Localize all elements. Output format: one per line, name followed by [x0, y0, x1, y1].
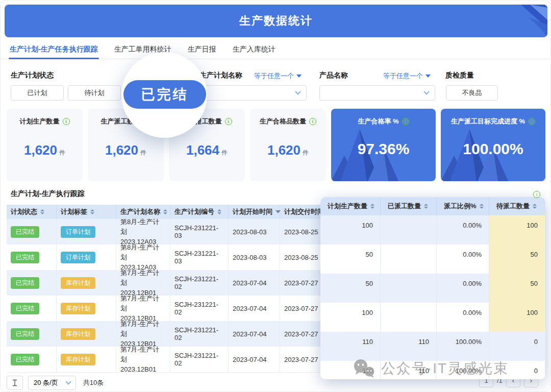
- quality-label: 质检质量: [445, 71, 474, 80]
- overlay-info-icon[interactable]: i: [533, 191, 540, 198]
- info-icon[interactable]: i: [63, 118, 70, 125]
- pending-qty: 0: [489, 332, 545, 361]
- sort-icon[interactable]: [90, 209, 94, 214]
- plan-status-option-completed[interactable]: 已完结: [123, 80, 206, 109]
- info-icon[interactable]: i: [225, 118, 232, 125]
- tag-badge: 库存计划: [61, 277, 95, 289]
- status-badge: 已完结: [11, 277, 39, 289]
- col-pending-qty[interactable]: 待派工数量: [489, 197, 545, 215]
- stat-unit: 件: [303, 149, 309, 156]
- table-row[interactable]: 110 110 100.00% 0: [320, 332, 545, 361]
- plan-name-line1: 第8月-生产计划: [120, 242, 166, 262]
- dispatch-ratio: 0.00%: [437, 215, 489, 244]
- col-planned-qty[interactable]: 计划生产数量: [320, 197, 381, 215]
- tab-inbound-stats[interactable]: 生产入库统计: [232, 42, 277, 59]
- pending-qty: 50: [489, 244, 545, 274]
- dispatch-ratio: 100.00%: [437, 332, 489, 361]
- stat-value: 1,664: [186, 142, 219, 158]
- plan-code: SCJH-231221-02: [170, 347, 229, 372]
- table-row[interactable]: 100 0.00% 100: [320, 303, 545, 332]
- sort-icon[interactable]: [424, 204, 428, 209]
- table-row[interactable]: 50 0.00% 50: [320, 274, 545, 303]
- col-dispatch-ratio[interactable]: 派工比例%: [437, 197, 489, 215]
- status-badge: 已完结: [11, 328, 39, 340]
- caret-down-icon: [425, 75, 431, 78]
- stat-unit: 件: [140, 149, 146, 156]
- stat-value: 97.36%: [358, 140, 410, 157]
- product-name-label: 产品名称: [319, 71, 348, 80]
- plan-name-line1: 第7月-生产计划: [120, 268, 166, 288]
- start-date: 2023-07-04: [229, 270, 280, 296]
- dispatched-qty: [381, 303, 437, 332]
- product-name-select[interactable]: [319, 85, 435, 101]
- col-plan-code[interactable]: 生产计划编号: [170, 205, 229, 219]
- stat-unit: 件: [59, 149, 65, 156]
- tag-badge: 库存计划: [61, 328, 95, 340]
- status-badge: 已完结: [11, 354, 39, 365]
- plan-status-option-planned[interactable]: 已计划: [11, 85, 64, 101]
- ibeam-icon: [12, 379, 18, 386]
- pending-qty: 0: [489, 361, 545, 379]
- planned-qty: 50: [320, 244, 381, 274]
- tab-bar: 生产计划-生产任务执行跟踪 生产工单用料统计 生产日报 生产入库统计: [1, 42, 550, 59]
- plan-code: SCJH-231221-02: [170, 296, 229, 321]
- start-date: 2023-08-03: [229, 244, 280, 270]
- dispatch-ratio: 0.00%: [437, 303, 489, 332]
- sort-icon[interactable]: [533, 204, 537, 209]
- dispatch-ratio: 0.00%: [437, 274, 489, 303]
- page-size-value: 20 条/页: [34, 378, 58, 387]
- sort-icon[interactable]: [217, 209, 221, 214]
- table-row[interactable]: 110 110 100.00% 0: [320, 361, 545, 379]
- pending-qty: 100: [489, 303, 545, 332]
- stat-card-planned-qty: 计划生产数量i 1,620件: [7, 109, 83, 181]
- info-icon[interactable]: i: [528, 118, 535, 125]
- product-name-operator-text: 等于任意一个: [383, 71, 423, 81]
- table-row[interactable]: 100 0.00% 100: [320, 215, 545, 244]
- start-date: 2023-07-04: [229, 296, 280, 321]
- page-size-select[interactable]: 20 条/页: [28, 376, 76, 390]
- dispatched-qty: 110: [381, 332, 437, 361]
- stat-title: 生产合格品数量: [260, 117, 306, 126]
- stat-card-pass-rate: 生产合格率 %i 97.36%: [331, 109, 436, 181]
- col-dispatched-qty[interactable]: 已派工数量: [381, 197, 437, 215]
- info-icon[interactable]: i: [309, 118, 316, 125]
- column-settings-button[interactable]: [7, 376, 23, 390]
- planned-qty: 110: [320, 332, 381, 361]
- tag-badge: 订单计划: [61, 252, 95, 263]
- plan-code: SCJH-231221-03: [170, 219, 229, 244]
- page-title: 生产数据统计: [239, 13, 313, 29]
- table-row[interactable]: 50 0.00% 50: [320, 244, 545, 274]
- start-date: 2023-07-04: [229, 321, 280, 347]
- plan-name-select[interactable]: [199, 85, 307, 101]
- col-plan-status[interactable]: 计划状态: [7, 205, 57, 219]
- dispatch-ratio: 0.00%: [437, 244, 489, 274]
- info-icon[interactable]: i: [402, 118, 409, 125]
- sort-icon[interactable]: [163, 209, 167, 214]
- stat-title: 生产合格率 %: [358, 117, 398, 126]
- chevron-down-icon: [423, 89, 429, 94]
- stat-value: 1,620: [267, 142, 300, 158]
- sort-icon[interactable]: [370, 204, 374, 209]
- col-plan-tag[interactable]: 计划标签: [57, 205, 116, 219]
- plan-code: SCJH-231221-03: [170, 244, 229, 270]
- sort-icon[interactable]: [40, 209, 44, 214]
- dispatched-qty: [381, 244, 437, 274]
- sort-icon[interactable]: [480, 204, 484, 209]
- plan-code: SCJH-231221-02: [170, 321, 229, 347]
- overlay-header-row: 计划生产数量 已派工数量 派工比例% 待派工数量: [320, 197, 545, 215]
- plan-name-operator-dropdown[interactable]: 等于任意一个: [254, 71, 302, 81]
- production-dashboard: 生产数据统计 生产计划-生产任务执行跟踪 生产工单用料统计 生产日报 生产入库统…: [0, 0, 551, 392]
- col-start-date[interactable]: 计划开始时间: [229, 205, 280, 219]
- quality-option-defective[interactable]: 不良品: [446, 85, 498, 101]
- dispatched-qty: [381, 274, 437, 303]
- tag-badge: 库存计划: [61, 354, 95, 365]
- stat-cards-row: 计划生产数量i 1,620件 生产派工数量i 1,620件 生产报工数量i 1,…: [7, 109, 545, 181]
- stat-unit: 件: [221, 149, 228, 156]
- product-name-operator-dropdown[interactable]: 等于任意一个: [383, 71, 431, 81]
- dispatched-qty: 110: [381, 361, 437, 379]
- tab-production-plan-tracking[interactable]: 生产计划-生产任务执行跟踪: [9, 42, 99, 59]
- stat-title: 计划生产数量: [20, 117, 60, 126]
- pending-qty: 50: [489, 274, 545, 303]
- tab-production-daily[interactable]: 生产日报: [187, 42, 217, 59]
- plan-status-option-pending[interactable]: 待计划: [68, 85, 121, 101]
